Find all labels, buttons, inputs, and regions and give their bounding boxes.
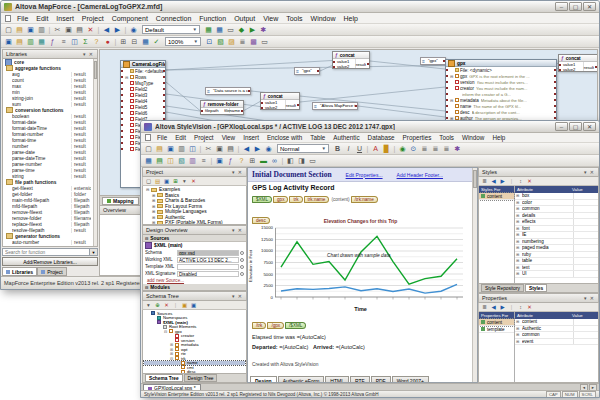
find-icon[interactable]: ◉: [128, 25, 139, 35]
add-remove-libraries-button[interactable]: Add/Remove Libraries...: [2, 257, 98, 266]
insert-filter-icon[interactable]: ◫: [69, 37, 80, 47]
show-attributes-icon[interactable]: ▣: [180, 301, 189, 309]
open-project-icon[interactable]: ▤: [153, 177, 162, 185]
print-icon[interactable]: ▥: [176, 144, 187, 154]
xquery-output-icon[interactable]: ▨: [226, 37, 237, 47]
libraries-panel-caption[interactable]: Libraries ▾ ✕: [2, 49, 98, 59]
autocalc-value[interactable]: =(AutoCalc): [297, 334, 326, 340]
reset-icon[interactable]: ✕: [525, 177, 534, 185]
new-project-icon[interactable]: ▢: [144, 177, 153, 185]
expand-collapse-icon[interactable]: ↕: [516, 177, 525, 185]
project-panel-caption[interactable]: Project▾ ✕: [142, 167, 247, 177]
insert-hyperlink-icon[interactable]: ∞: [269, 156, 280, 166]
highlight-color-icon[interactable]: ▉: [381, 144, 392, 154]
italic-icon[interactable]: I: [343, 144, 354, 154]
menu-item[interactable]: Output: [230, 15, 259, 22]
overview-property-row[interactable]: Working XMLACTIVE LOG 13 DEC 2...: [143, 256, 246, 263]
panel-buttons[interactable]: ▾ ✕: [232, 227, 243, 233]
insert-table-icon[interactable]: ▦: [143, 156, 154, 166]
panel-target-item[interactable]: template: [479, 326, 514, 333]
previous-icon[interactable]: ◀: [489, 303, 498, 311]
undo-icon[interactable]: ◀: [101, 25, 112, 35]
panel-buttons[interactable]: ▾ ✕: [232, 169, 243, 175]
menu-item[interactable]: Connection: [152, 15, 195, 22]
styles-panel-caption[interactable]: Styles▾ ✕: [478, 167, 599, 177]
tab-mapping[interactable]: Mapping: [102, 197, 139, 205]
library-function-row[interactable]: sumresult: [3, 101, 93, 107]
panel-target-item[interactable]: content: [479, 193, 514, 200]
design-overview-caption[interactable]: Design Overview▾ ✕: [142, 225, 247, 235]
separator[interactable]: |: [507, 177, 516, 185]
content-placeholder[interactable]: (content): [331, 197, 349, 202]
open-icon[interactable]: ▤: [154, 144, 165, 154]
scrollbar[interactable]: [472, 168, 477, 382]
text-view-icon[interactable]: ▦: [203, 25, 214, 35]
remove-icon[interactable]: ✕: [189, 177, 198, 185]
template-tag[interactable]: /trk:name: [351, 196, 378, 203]
library-function-row[interactable]: parse-numberresult: [3, 161, 93, 167]
reset-icon[interactable]: ✕: [525, 303, 534, 311]
panel-buttons[interactable]: ▾ ✕: [83, 51, 94, 57]
menu-item[interactable]: Edit: [32, 15, 52, 22]
view-tab[interactable]: Word 2007+: [392, 376, 429, 383]
library-function-row[interactable]: parse-dateTimeresult: [3, 155, 93, 161]
find-icon[interactable]: ◉: [263, 144, 274, 154]
menu-item[interactable]: File: [153, 134, 171, 141]
tab-design-tree[interactable]: Design Tree: [184, 374, 218, 382]
insert-template-icon[interactable]: ▣: [214, 156, 225, 166]
menu-item[interactable]: Project: [78, 15, 108, 22]
library-function-row[interactable]: format-timeresult: [3, 137, 93, 143]
xml-main-source[interactable]: $XML (main): [143, 242, 246, 249]
attribute-column-header[interactable]: Attribute: [517, 313, 572, 318]
insert-barcode-icon[interactable]: ▥: [187, 156, 198, 166]
underline-icon[interactable]: U: [354, 144, 365, 154]
component-settings-combo[interactable]: Default▼: [142, 25, 200, 34]
panel-buttons[interactable]: ▾ ✕: [584, 169, 595, 175]
show-small-markup-icon[interactable]: ◨: [296, 156, 307, 166]
document-title[interactable]: GPS Log Activity Record: [252, 184, 335, 191]
copy-icon[interactable]: ▣: [214, 144, 225, 154]
concat-function[interactable]: concat value1 value2 result: [332, 51, 370, 69]
library-function-row[interactable]: format-dateTimeresult: [3, 125, 93, 131]
open-icon[interactable]: ▤: [14, 25, 25, 35]
next-icon[interactable]: ▶: [498, 303, 507, 311]
maximize-button[interactable]: ▢: [569, 122, 582, 131]
xslt-output-icon[interactable]: ▧: [215, 37, 226, 47]
print-preview-icon[interactable]: ◫: [187, 144, 198, 154]
menu-item[interactable]: File: [13, 15, 32, 22]
save-project-icon[interactable]: ▣: [162, 177, 171, 185]
insert-grid-icon[interactable]: ⊞: [247, 156, 258, 166]
concat-function[interactable]: concat value1 value2 result: [558, 54, 598, 72]
debugger-icon[interactable]: ▩: [248, 37, 259, 47]
library-function-row[interactable]: countresult: [3, 77, 93, 83]
insert-database-icon[interactable]: ▥: [25, 37, 36, 47]
insert-image-icon[interactable]: ▤: [154, 156, 165, 166]
list-view-icon[interactable]: ≣: [480, 303, 489, 311]
previous-style-icon[interactable]: ◀: [489, 177, 498, 185]
library-function-row[interactable]: get-folderfolder: [3, 191, 93, 197]
overview-property-row[interactable]: XML SignatureDisabled: [143, 270, 246, 277]
menu-item[interactable]: Tools: [435, 134, 458, 141]
color-wheel-icon[interactable]: ◉: [397, 144, 408, 154]
modules-header[interactable]: Modules: [143, 284, 246, 291]
library-function-row[interactable]: avgresult: [3, 71, 93, 77]
insert-text-file-icon[interactable]: ▤: [14, 37, 25, 47]
menu-item[interactable]: Insert: [239, 134, 263, 141]
separator[interactable]: |: [171, 301, 180, 309]
schema-tree-node[interactable]: desc: [144, 370, 245, 375]
bold-icon[interactable]: B: [332, 144, 343, 154]
library-function-row[interactable]: parse-dateresult: [3, 149, 93, 155]
library-function-row[interactable]: remove-folderfilename: [3, 215, 93, 221]
detail-dot-icon[interactable]: [240, 251, 244, 255]
library-function-row[interactable]: minresult: [3, 89, 93, 95]
collapse-all-icon[interactable]: ⊟: [129, 37, 140, 47]
menu-item[interactable]: Authentic: [329, 134, 363, 141]
redo-icon[interactable]: ▶: [252, 144, 263, 154]
component-header[interactable]: gpx: [446, 60, 556, 67]
show-markup-icon[interactable]: ◧: [285, 156, 296, 166]
design-view[interactable]: Initial Document Section Edit Properties…: [247, 167, 478, 383]
menu-item[interactable]: Database: [364, 134, 399, 141]
edit-properties-link[interactable]: Edit Properties...: [346, 172, 383, 178]
insert-xml-icon[interactable]: ▣: [3, 37, 14, 47]
library-function-row[interactable]: format-numberresult: [3, 131, 93, 137]
